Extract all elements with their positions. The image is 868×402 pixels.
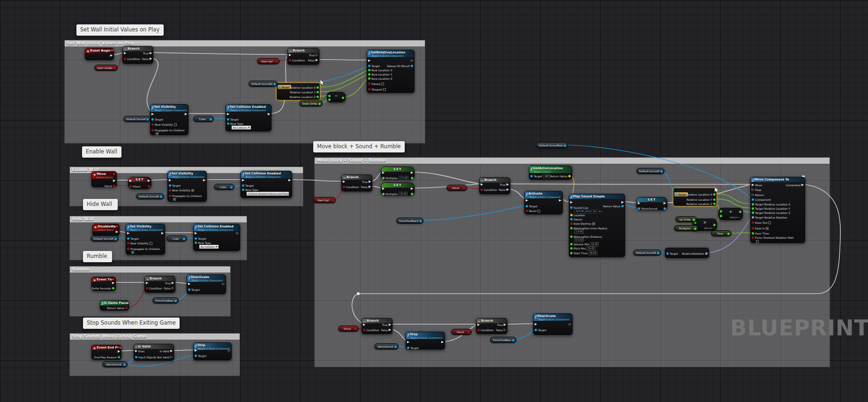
pin-stop[interactable]: ▷Stop xyxy=(752,188,761,192)
pin-relative-location-z[interactable]: Relative Location Z xyxy=(686,202,716,206)
variable-output-pin[interactable] xyxy=(694,228,696,230)
exec-pin-icon[interactable]: ▷ xyxy=(752,188,754,192)
data-pin[interactable] xyxy=(342,97,344,99)
data-pin[interactable] xyxy=(127,242,129,244)
node-get-actor-location[interactable]: ƒGetActorLocationTarget is ActorTargetse… xyxy=(529,166,572,180)
node-pill-silent-1[interactable]: Silent xyxy=(446,185,467,191)
pin-true[interactable]: ▶True xyxy=(143,51,152,55)
data-pin[interactable] xyxy=(411,65,413,67)
pin-target-relative-location-x[interactable]: Target Relative Location X xyxy=(752,202,790,206)
data-pin[interactable] xyxy=(278,86,280,88)
node-header[interactable]: ƒSet Collision EnabledTarget is Primitiv… xyxy=(226,105,271,112)
pin-f[interactable] xyxy=(720,214,722,218)
exec-pin-icon[interactable]: ▶ xyxy=(268,112,270,116)
data-pin[interactable] xyxy=(526,210,528,212)
pin-reset[interactable]: Reset xyxy=(526,209,540,213)
data-pin[interactable] xyxy=(752,198,754,201)
node-header[interactable]: ↪Branch xyxy=(123,46,153,51)
pin-false[interactable]: ▶False xyxy=(361,185,371,189)
exec-pin-icon[interactable]: ▶ xyxy=(559,198,561,203)
node-pill-force-feedback-3[interactable]: ForceFeedback xyxy=(396,218,423,224)
data-pin[interactable] xyxy=(169,184,171,187)
variable-output-pin[interactable] xyxy=(183,238,185,240)
pin-exec[interactable]: ▶ xyxy=(185,112,187,116)
pin-new-visibility[interactable]: New Visibility xyxy=(169,188,194,192)
data-pin[interactable] xyxy=(666,252,669,255)
pin-exec[interactable]: ▶ xyxy=(288,178,291,182)
data-pin[interactable] xyxy=(621,205,624,207)
node-pill-default-sceneroot-3[interactable]: Default SceneRoot xyxy=(136,193,164,199)
node-header[interactable]: ƒGetActorLocationTarget is Actor xyxy=(529,166,572,173)
checkbox[interactable] xyxy=(537,210,540,212)
checkbox[interactable] xyxy=(592,222,595,225)
data-pin[interactable] xyxy=(328,95,331,97)
data-pin[interactable] xyxy=(720,215,722,217)
exec-pin-icon[interactable]: ▶ xyxy=(664,201,666,205)
exec-pin-icon[interactable]: ▶ xyxy=(110,53,113,58)
exec-pin-icon[interactable]: ▶ xyxy=(369,180,371,184)
exec-pin-icon[interactable]: ▶ xyxy=(407,340,409,344)
pin-f[interactable] xyxy=(328,98,331,102)
data-pin[interactable] xyxy=(570,218,573,220)
pin-multiplier[interactable]: Multiplier[-1.0] xyxy=(382,176,408,180)
data-pin[interactable] xyxy=(146,287,148,289)
node-pill-force-feedback-2[interactable]: ForceFeedback xyxy=(490,337,516,343)
pin-exec[interactable]: ▶ xyxy=(146,281,148,285)
data-pin[interactable] xyxy=(382,177,385,179)
pin-cbrow[interactable] xyxy=(156,131,159,136)
asset-browse-icons[interactable]: ◂ ⌕ xyxy=(599,210,602,213)
variable-output-pin[interactable] xyxy=(727,233,730,235)
data-pin[interactable] xyxy=(368,83,370,85)
checkbox[interactable] xyxy=(156,132,159,135)
pin-false[interactable]: ▶False xyxy=(381,328,391,332)
pin-condition[interactable]: Condition xyxy=(363,328,379,332)
variable-output-pin[interactable] xyxy=(660,170,663,173)
node-branch-1[interactable]: ↪Branch▶Condition▶True▶False xyxy=(122,46,153,64)
data-pin[interactable] xyxy=(317,91,319,93)
variable-output-pin[interactable] xyxy=(463,187,465,190)
node-header[interactable]: ?Is Valid xyxy=(134,344,174,349)
data-pin[interactable] xyxy=(411,177,413,179)
exec-pin-icon[interactable]: ▶ xyxy=(506,188,509,192)
pin-exec[interactable]: ▶ xyxy=(481,182,483,187)
data-pin[interactable] xyxy=(752,236,754,239)
pin-location[interactable]: Location xyxy=(570,213,585,217)
node-deactivate-2[interactable]: ƒDeactivateTarget is Actor Component▶Tar… xyxy=(533,313,573,335)
pin-target[interactable]: Target xyxy=(526,204,537,208)
value-box[interactable]: [-1.0] xyxy=(399,176,408,180)
node-get-relative-location-2[interactable]: TargetRelative Location XRelative Locati… xyxy=(673,188,717,206)
data-pin[interactable] xyxy=(151,129,154,131)
pin-true[interactable]: ▶True xyxy=(362,180,371,184)
enum-dropdown[interactable]: No Collision▼ xyxy=(231,125,251,130)
node-stop-1[interactable]: ƒStopTarget is Audio Component▶Target▷ xyxy=(193,342,232,360)
exec-pin-icon[interactable]: ▶ xyxy=(477,323,480,327)
exec-pin-icon[interactable]: ▶ xyxy=(185,112,187,116)
node-subtract-node[interactable]: − xyxy=(327,92,346,102)
pin-cbrow[interactable] xyxy=(756,239,759,243)
pin-target[interactable]: Target xyxy=(666,251,678,256)
exec-pin-icon[interactable]: ▶ xyxy=(369,185,371,189)
pin-target[interactable]: Target xyxy=(151,117,163,121)
variable-output-pin[interactable] xyxy=(160,196,162,198)
data-pin[interactable] xyxy=(752,221,754,224)
node-header[interactable]: ƒSet Collision EnabledTarget is Primitiv… xyxy=(194,224,240,231)
pin-new-visibility[interactable]: New Visibility xyxy=(127,241,152,245)
exec-pin-icon[interactable]: ▷ xyxy=(411,59,413,63)
exec-pin-icon[interactable]: ▷ xyxy=(222,282,225,286)
pin-new-visibility[interactable]: New Visibility xyxy=(151,122,177,127)
pin-input-object[interactable]: Input Object xyxy=(135,355,155,359)
node-get-relative-location-1[interactable]: TargetRelative Location XRelative Locati… xyxy=(276,83,320,100)
data-pin[interactable] xyxy=(169,195,171,197)
node-header[interactable]: ↪Branch xyxy=(480,178,510,182)
exec-pin-icon[interactable]: ▶ xyxy=(411,171,413,175)
exec-pin-icon[interactable]: ▶ xyxy=(161,231,164,235)
exec-pin-icon[interactable]: ▶ xyxy=(535,322,537,326)
pin-return[interactable]: ▷Return xyxy=(752,193,764,197)
pin-exec[interactable]: ▶ xyxy=(112,281,114,285)
pin-cbrow[interactable] xyxy=(131,250,134,254)
node-header[interactable]: ƒDeactivateTarget is Actor Component xyxy=(534,314,572,321)
pin-multiplier[interactable]: Multiplier[1.0] xyxy=(382,192,408,196)
pin-exec[interactable]: ▶ xyxy=(110,53,113,58)
pin-exec[interactable]: ▶ xyxy=(169,178,171,182)
data-pin[interactable] xyxy=(124,58,126,60)
